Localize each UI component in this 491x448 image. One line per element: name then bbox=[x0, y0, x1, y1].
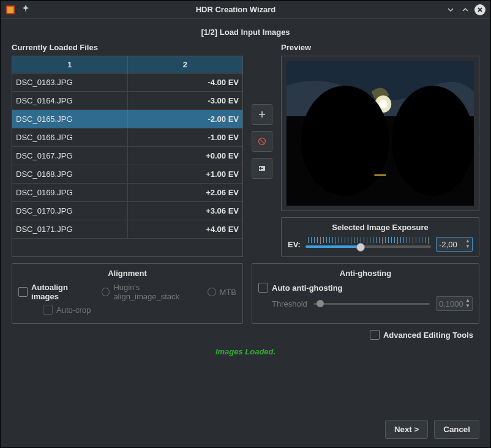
ghosting-title: Anti-ghosting bbox=[258, 269, 473, 278]
file-ev: +0.00 EV bbox=[128, 147, 243, 165]
alignment-panel: Alignment Autoalign images Hugin's align… bbox=[12, 263, 243, 324]
autocrop-checkbox bbox=[43, 305, 53, 315]
table-row[interactable]: DSC_0163.JPG-4.00 EV bbox=[12, 73, 242, 92]
table-row[interactable]: DSC_0166.JPG-1.00 EV bbox=[12, 129, 242, 147]
file-ev: -2.00 EV bbox=[128, 110, 243, 128]
files-table: 1 2 DSC_0163.JPG-4.00 EVDSC_0164.JPG-3.0… bbox=[12, 56, 243, 257]
mtb-radio bbox=[208, 288, 216, 296]
ev-label: EV: bbox=[288, 240, 301, 249]
preview-panel bbox=[281, 56, 479, 211]
titlebar: HDR Creation Wizard bbox=[1, 1, 490, 19]
svg-point-6 bbox=[379, 100, 387, 108]
cancel-button[interactable]: Cancel bbox=[434, 420, 479, 439]
preview-label: Preview bbox=[281, 43, 479, 52]
svg-point-7 bbox=[301, 86, 389, 196]
files-col2[interactable]: 2 bbox=[128, 56, 243, 73]
files-col1[interactable]: 1 bbox=[12, 56, 128, 73]
file-ev: +2.06 EV bbox=[128, 184, 243, 201]
table-row[interactable]: DSC_0170.JPG+3.06 EV bbox=[12, 202, 242, 220]
autoalign-label: Autoalign images bbox=[31, 283, 93, 301]
file-ev: -4.00 EV bbox=[128, 73, 243, 91]
autoalign-checkbox[interactable] bbox=[18, 287, 28, 297]
file-name: DSC_0165.JPG bbox=[12, 110, 128, 128]
close-button[interactable] bbox=[474, 4, 485, 15]
file-ev: -3.00 EV bbox=[128, 92, 243, 110]
add-files-button[interactable] bbox=[252, 104, 272, 125]
file-ev: +3.06 EV bbox=[128, 202, 243, 220]
app-icon bbox=[6, 5, 15, 15]
file-name: DSC_0166.JPG bbox=[12, 129, 128, 146]
file-name: DSC_0164.JPG bbox=[12, 92, 128, 110]
file-ev: -1.00 EV bbox=[128, 129, 243, 146]
pin-icon[interactable] bbox=[21, 4, 30, 15]
table-row[interactable]: DSC_0169.JPG+2.06 EV bbox=[12, 184, 242, 202]
mtb-label: MTB bbox=[220, 288, 236, 297]
table-row[interactable]: DSC_0168.JPG+1.00 EV bbox=[12, 165, 242, 184]
threshold-slider bbox=[313, 298, 430, 309]
hugin-radio bbox=[102, 288, 110, 296]
advanced-label: Advanced Editing Tools bbox=[383, 330, 473, 340]
maximize-button[interactable] bbox=[460, 4, 471, 15]
status-text: Images Loaded. bbox=[12, 347, 479, 356]
minimize-button[interactable] bbox=[445, 4, 456, 15]
threshold-spinbox: 0,1000▲▼ bbox=[436, 296, 473, 311]
file-name: DSC_0170.JPG bbox=[12, 202, 128, 220]
ev-slider[interactable] bbox=[305, 237, 431, 252]
ev-spinbox[interactable]: -2,00▲▼ bbox=[436, 237, 473, 252]
file-ev: +1.00 EV bbox=[128, 165, 243, 183]
ghosting-panel: Anti-ghosting Auto anti-ghosting Thresho… bbox=[252, 263, 479, 324]
threshold-label: Threshold bbox=[272, 299, 307, 308]
table-row[interactable]: DSC_0165.JPG-2.00 EV bbox=[12, 110, 242, 129]
preview-image bbox=[287, 61, 474, 206]
hugin-label: Hugin's align_image_stack bbox=[113, 283, 201, 301]
remove-files-button[interactable] bbox=[252, 131, 272, 152]
svg-rect-1 bbox=[7, 7, 13, 13]
file-name: DSC_0171.JPG bbox=[12, 220, 128, 238]
exposure-title: Selected Image Exposure bbox=[288, 223, 473, 232]
table-row[interactable]: DSC_0164.JPG-3.00 EV bbox=[12, 92, 242, 110]
file-name: DSC_0169.JPG bbox=[12, 184, 128, 201]
table-row[interactable]: DSC_0171.JPG+4.06 EV bbox=[12, 220, 242, 239]
file-name: DSC_0167.JPG bbox=[12, 147, 128, 165]
step-title: [1/2] Load Input Images bbox=[12, 28, 479, 37]
window-title: HDR Creation Wizard bbox=[30, 5, 441, 14]
svg-point-8 bbox=[392, 86, 474, 196]
exposure-panel: Selected Image Exposure EV: -2,00▲▼ bbox=[281, 217, 479, 257]
autoghost-label: Auto anti-ghosting bbox=[272, 283, 343, 293]
table-row[interactable]: DSC_0167.JPG+0.00 EV bbox=[12, 147, 242, 165]
clear-files-button[interactable] bbox=[252, 158, 272, 179]
files-label: Currently Loaded Files bbox=[12, 43, 243, 52]
autocrop-label: Auto-crop bbox=[56, 305, 91, 315]
advanced-checkbox[interactable] bbox=[370, 330, 380, 340]
file-name: DSC_0163.JPG bbox=[12, 73, 128, 91]
file-ev: +4.06 EV bbox=[128, 220, 243, 238]
file-name: DSC_0168.JPG bbox=[12, 165, 128, 183]
next-button[interactable]: Next > bbox=[385, 420, 428, 439]
autoghost-checkbox[interactable] bbox=[258, 283, 268, 293]
svg-rect-9 bbox=[374, 174, 386, 176]
alignment-title: Alignment bbox=[18, 269, 236, 278]
